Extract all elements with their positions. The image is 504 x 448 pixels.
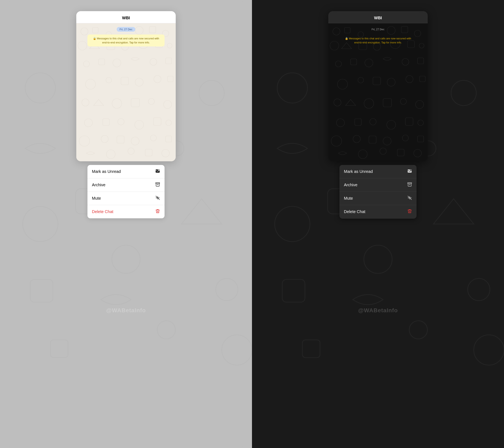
svg-point-113 <box>402 135 408 141</box>
svg-rect-88 <box>351 59 357 65</box>
left-delete-icon <box>155 209 160 215</box>
right-mark-unread-icon <box>407 169 412 175</box>
left-archive-icon <box>155 182 160 188</box>
left-chat-window: WBI <box>76 11 176 161</box>
right-chat-title: WBI <box>374 16 382 20</box>
svg-rect-76 <box>344 27 350 33</box>
svg-point-25 <box>83 61 90 67</box>
svg-rect-91 <box>417 58 424 64</box>
left-context-menu: Mark as Unread Archive <box>88 165 164 218</box>
right-menu-mark-unread-label: Mark as Unread <box>344 169 373 174</box>
svg-point-47 <box>79 136 90 146</box>
svg-rect-94 <box>373 77 381 85</box>
svg-rect-70 <box>282 279 305 302</box>
svg-rect-35 <box>168 76 173 82</box>
svg-point-90 <box>402 58 409 65</box>
left-panel: WBI <box>0 0 252 448</box>
svg-point-81 <box>330 41 339 50</box>
svg-point-37 <box>112 99 122 108</box>
svg-rect-32 <box>121 77 129 85</box>
svg-point-31 <box>106 77 112 83</box>
right-context-menu: Mark as Unread Archive <box>340 165 416 218</box>
svg-rect-14 <box>92 27 98 33</box>
left-menu-mute-label: Mute <box>92 196 101 201</box>
svg-point-12 <box>222 335 252 365</box>
left-menu-archive-label: Archive <box>92 183 106 187</box>
svg-point-3 <box>199 80 224 106</box>
svg-rect-117 <box>397 149 404 156</box>
right-menu-delete-label: Delete Chat <box>344 209 365 214</box>
svg-rect-49 <box>117 136 124 143</box>
svg-point-48 <box>101 135 108 143</box>
right-menu-archive[interactable]: Archive <box>340 178 416 192</box>
svg-rect-114 <box>417 136 424 142</box>
left-menu-mute[interactable]: Mute <box>88 192 164 205</box>
svg-point-118 <box>414 149 421 157</box>
svg-point-28 <box>150 58 157 65</box>
right-menu-mute[interactable]: Mute <box>340 192 416 205</box>
svg-point-121 <box>411 170 411 170</box>
svg-point-0 <box>25 73 55 103</box>
svg-point-30 <box>85 79 96 89</box>
right-date-badge: Fri, 27 Dec <box>369 27 387 32</box>
right-menu-mark-unread[interactable]: Mark as Unread <box>340 165 416 178</box>
svg-point-72 <box>409 321 427 339</box>
svg-point-43 <box>118 119 124 125</box>
svg-point-41 <box>84 119 92 127</box>
right-encryption-text: Messages to this chat and calls are now … <box>349 37 411 44</box>
right-menu-delete[interactable]: Delete Chat <box>340 205 416 218</box>
left-menu-mark-unread[interactable]: Mark as Unread <box>88 165 164 178</box>
svg-point-96 <box>406 75 413 83</box>
svg-rect-100 <box>383 98 392 107</box>
svg-point-59 <box>159 170 159 170</box>
svg-point-101 <box>400 98 406 105</box>
svg-rect-52 <box>165 136 172 142</box>
svg-point-105 <box>370 119 376 125</box>
svg-rect-97 <box>420 76 425 82</box>
right-chat-body: Fri, 27 Dec 🔒 Messages to this chat and … <box>328 23 428 161</box>
left-menu-archive[interactable]: Archive <box>88 178 164 192</box>
svg-rect-111 <box>369 136 376 143</box>
svg-point-19 <box>78 41 87 50</box>
svg-rect-107 <box>405 118 413 125</box>
left-chat-title: WBI <box>122 16 130 20</box>
left-mute-icon <box>155 195 160 201</box>
svg-rect-38 <box>131 98 140 107</box>
svg-point-16 <box>135 26 143 35</box>
left-encryption-text: Messages to this chat and calls are now … <box>97 37 159 44</box>
left-phone-card: WBI <box>76 11 176 218</box>
svg-point-99 <box>364 99 374 108</box>
svg-rect-29 <box>165 58 172 64</box>
svg-point-10 <box>157 321 175 339</box>
svg-point-102 <box>415 100 424 108</box>
svg-rect-8 <box>30 279 53 302</box>
svg-point-93 <box>358 77 364 83</box>
right-menu-mute-label: Mute <box>344 196 353 201</box>
svg-point-112 <box>383 137 391 145</box>
svg-point-51 <box>150 135 156 141</box>
right-encryption-notice[interactable]: 🔒 Messages to this chat and calls are no… <box>340 35 416 46</box>
svg-point-46 <box>166 120 171 125</box>
svg-point-53 <box>106 150 115 159</box>
svg-rect-73 <box>302 340 320 358</box>
svg-rect-123 <box>408 184 411 186</box>
svg-point-69 <box>364 245 392 273</box>
svg-point-13 <box>81 28 88 35</box>
svg-point-62 <box>277 73 307 103</box>
svg-point-106 <box>387 120 396 129</box>
left-encryption-notice[interactable]: 🔒 Messages to this chat and calls are no… <box>88 35 164 46</box>
svg-rect-26 <box>99 59 105 65</box>
svg-point-24 <box>167 43 172 48</box>
left-menu-delete[interactable]: Delete Chat <box>88 205 164 218</box>
svg-point-7 <box>112 245 140 273</box>
left-menu-delete-label: Delete Chat <box>92 209 113 214</box>
svg-point-103 <box>336 119 344 127</box>
svg-point-34 <box>154 75 161 83</box>
left-date-badge: Fri, 27 Dec <box>117 27 135 32</box>
right-mute-icon <box>407 195 412 201</box>
left-chat-body: Fri, 27 Dec 🔒 Messages to this chat and … <box>76 23 176 161</box>
left-chat-header: WBI <box>76 11 176 23</box>
svg-point-27 <box>113 59 121 67</box>
right-panel: WBI <box>252 0 504 448</box>
svg-point-54 <box>128 148 134 154</box>
